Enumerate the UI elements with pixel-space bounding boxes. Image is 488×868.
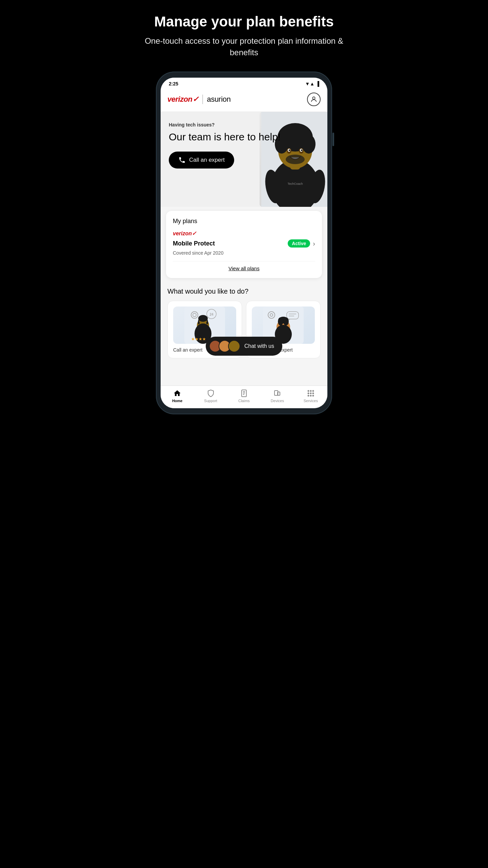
claims-icon <box>240 389 248 397</box>
hero-text: Having tech issues? Our team is here to … <box>169 122 319 169</box>
home-icon <box>173 389 181 397</box>
nav-item-claims[interactable]: Claims <box>227 389 261 403</box>
svg-rect-27 <box>206 321 208 324</box>
svg-point-47 <box>312 391 313 392</box>
chat-overlay[interactable]: Chat with us <box>206 337 282 356</box>
hero-title: Our team is here to help! <box>169 130 319 143</box>
plan-right: Active › <box>288 239 315 248</box>
svg-point-45 <box>308 391 309 392</box>
page-header: Manage your plan benefits One-touch acce… <box>142 14 346 58</box>
side-button-1 <box>332 133 334 146</box>
carrier-check: ✓ <box>192 231 196 236</box>
status-badge: Active <box>288 239 310 248</box>
status-icons: ▼▲ ▐ <box>305 81 319 86</box>
nav-item-services[interactable]: Services <box>294 389 327 403</box>
logo-divider <box>202 95 203 104</box>
svg-point-51 <box>308 395 309 396</box>
devices-icon <box>273 389 281 397</box>
status-time: 2:25 <box>169 81 178 86</box>
phone-screen: 2:25 ▼▲ ▐ verizon✓ asurion <box>161 78 327 408</box>
plan-since: Covered since Apr 2020 <box>173 250 315 256</box>
svg-point-50 <box>312 393 313 394</box>
plan-name: Mobile Protect <box>173 240 215 247</box>
svg-point-53 <box>312 395 313 396</box>
battery-icon: ▐ <box>316 81 319 86</box>
wifi-signal-icon: ▼▲ <box>305 81 314 86</box>
verizon-text: verizon <box>167 95 192 103</box>
svg-point-48 <box>308 393 309 394</box>
svg-point-40 <box>283 317 289 326</box>
brand-logo: verizon✓ asurion <box>167 95 231 104</box>
verizon-logo: verizon✓ <box>167 95 198 104</box>
svg-text:★★★★: ★★★★ <box>191 337 206 341</box>
plan-row: Mobile Protect Active › <box>173 239 315 248</box>
section-title: What would you like to do? <box>167 288 321 295</box>
chat-avatars <box>209 340 240 352</box>
plan-item: verizon✓ Mobile Protect Active › Covered… <box>173 230 315 256</box>
chat-overlay-label: Chat with us <box>244 343 274 349</box>
support-icon <box>207 389 215 397</box>
status-bar: 2:25 ▼▲ ▐ <box>161 78 327 88</box>
svg-point-49 <box>310 393 311 394</box>
bottom-nav: Home Support Claims De <box>161 386 327 408</box>
chevron-right-icon[interactable]: › <box>313 240 315 248</box>
services-icon <box>307 389 315 397</box>
carrier-name: verizon <box>173 231 192 236</box>
svg-text:TechCoach: TechCoach <box>287 182 303 185</box>
hero-subtitle: Having tech issues? <box>169 122 319 127</box>
chat-avatar-3 <box>228 340 240 352</box>
nav-item-support[interactable]: Support <box>194 389 227 403</box>
nav-item-home[interactable]: Home <box>161 389 194 403</box>
side-buttons <box>332 133 334 146</box>
phone-frame: 2:25 ▼▲ ▐ verizon✓ asurion <box>156 72 332 414</box>
plans-title: My plans <box>173 218 315 225</box>
top-nav: verizon✓ asurion <box>161 88 327 112</box>
profile-button[interactable] <box>307 93 321 106</box>
nav-claims-label: Claims <box>238 399 250 403</box>
svg-point-0 <box>312 97 315 99</box>
page-title: Manage your plan benefits <box>142 14 346 30</box>
call-expert-card-label: Call an expert <box>173 347 202 353</box>
page-subtitle: One-touch access to your protection plan… <box>142 35 346 58</box>
call-expert-button[interactable]: Call an expert <box>169 152 234 169</box>
svg-point-46 <box>310 391 311 392</box>
plan-carrier-logo: verizon✓ <box>173 230 315 237</box>
view-all-plans-link[interactable]: View all plans <box>173 261 315 271</box>
nav-home-label: Home <box>172 399 183 403</box>
nav-devices-label: Devices <box>271 399 284 403</box>
plans-card: My plans verizon✓ Mobile Protect Active … <box>166 211 322 278</box>
svg-rect-26 <box>198 321 200 324</box>
person-icon <box>310 96 318 103</box>
svg-text:24: 24 <box>209 313 214 316</box>
call-expert-label: Call an expert <box>189 157 225 163</box>
svg-point-52 <box>310 395 311 396</box>
nav-support-label: Support <box>204 399 217 403</box>
phone-icon <box>178 156 186 164</box>
hero-section: Having tech issues? Our team is here to … <box>161 112 327 207</box>
nav-item-devices[interactable]: Devices <box>261 389 294 403</box>
svg-point-39 <box>278 317 283 326</box>
nav-services-label: Services <box>304 399 318 403</box>
asurion-logo: asurion <box>207 95 231 104</box>
verizon-check: ✓ <box>192 95 199 103</box>
